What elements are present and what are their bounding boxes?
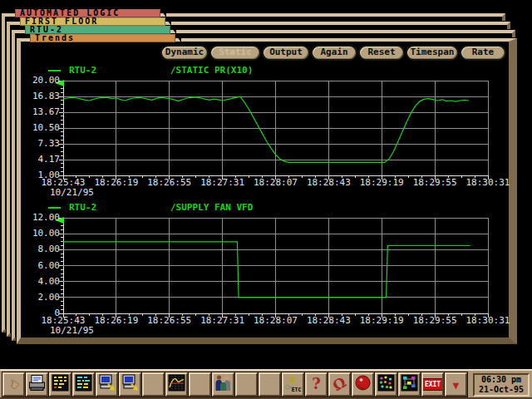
x-tick-label: 18:28:07 [252, 178, 300, 188]
y-tick-label: 12.00 [25, 213, 60, 223]
network-modules-icon [401, 373, 418, 396]
trend-line [63, 242, 470, 298]
chart-title: /STATIC PR(X10) [170, 66, 253, 75]
phone-etc-icon: ☎ETC [284, 373, 302, 396]
taskbar: ☚☎ETC?ΩEXIT▼ 06:30 pm 21-Oct-95 [0, 369, 532, 399]
x-tick-label: 18:29:55 [411, 178, 459, 188]
y-tick-label: 2.00 [25, 293, 60, 303]
taskbar-blank-slot [142, 372, 165, 397]
clock-date: 21-Oct-95 [475, 385, 528, 395]
x-tick-label: 18:28:43 [304, 178, 352, 188]
y-tick-label: 7.33 [25, 139, 60, 149]
exit-label: EXIT [422, 378, 443, 391]
dropdown-arrow-button[interactable]: ▼ [445, 372, 467, 397]
clock-time: 06:30 pm [475, 375, 528, 385]
date-label: 10/21/95 [50, 188, 94, 198]
desktop: AUTOMATED LOGIC FIRST FLOOR RTU-2 Trends… [0, 0, 532, 399]
operators-icon [214, 373, 232, 396]
y-tick-label: 20.00 [25, 76, 60, 86]
operators-button[interactable] [212, 372, 234, 397]
x-tick-label: 18:26:55 [145, 178, 194, 188]
trend-line [63, 96, 469, 162]
toolbar-button-output[interactable]: Output [262, 45, 310, 61]
x-tick-label: 18:27:31 [199, 178, 247, 188]
pointing-hand-button[interactable]: ☚ [2, 372, 25, 397]
x-tick-label: 18:27:31 [199, 316, 247, 326]
trend-chart-icon [168, 373, 185, 396]
toolbar-button-static[interactable]: Static [209, 45, 261, 61]
y-tick-label: 4.00 [25, 277, 60, 287]
series-legend-label: RTU-2 [69, 203, 96, 212]
x-tick-label: 18:26:19 [92, 178, 140, 188]
terminal-display-button[interactable] [49, 372, 71, 397]
trend-toolbar: DynamicStaticOutputAgainResetTimespanRat… [160, 45, 506, 61]
window-tab-trends[interactable]: Trends [30, 34, 175, 42]
undo-hook-icon: Ω [333, 377, 346, 392]
y-tick-label: 6.00 [25, 261, 60, 271]
dropdown-arrow-icon: ▼ [453, 377, 460, 392]
series-legend-label: RTU-2 [69, 66, 96, 75]
x-tick-label: 18:29:19 [357, 178, 406, 188]
color-dots-icon [377, 373, 395, 396]
phone-etc-button[interactable]: ☎ETC [282, 372, 304, 397]
x-tick-label: 18:30:31 [464, 178, 512, 188]
series-legend-dash [48, 207, 61, 209]
toolbar-button-rate[interactable]: Rate [460, 45, 506, 61]
taskbar-blank-slot [259, 372, 281, 397]
toolbar-button-again[interactable]: Again [311, 45, 357, 61]
status-display-icon [75, 373, 92, 396]
date-label: 10/21/95 [50, 326, 94, 336]
trend-chart-button[interactable] [165, 372, 188, 397]
color-dots-button[interactable] [375, 372, 397, 397]
printer-icon [28, 373, 46, 396]
x-tick-label: 18:26:55 [145, 316, 194, 326]
x-tick-label: 18:26:19 [92, 316, 140, 326]
window-tab-label: Trends [35, 33, 75, 42]
x-tick-label: 18:28:07 [252, 316, 300, 326]
x-tick-label: 18:28:43 [304, 316, 352, 326]
y-tick-label: 10.50 [25, 123, 60, 133]
terminal-display-icon [52, 373, 69, 396]
workstation-download-2-icon [121, 373, 139, 396]
exit-button[interactable]: EXIT [421, 372, 444, 397]
help-question-button[interactable]: ? [305, 372, 328, 397]
network-modules-button[interactable] [398, 372, 421, 397]
taskbar-blank-slot [189, 372, 211, 397]
series-legend-dash [48, 70, 61, 71]
y-tick-label: 13.67 [25, 107, 60, 117]
alarm-sphere-icon [354, 373, 372, 396]
toolbar-button-dynamic[interactable]: Dynamic [160, 45, 209, 61]
workstation-download-2-button[interactable] [119, 372, 141, 397]
workstation-download-1-button[interactable] [96, 372, 118, 397]
svg-text:☎: ☎ [289, 373, 297, 386]
y-tick-label: 4.17 [25, 155, 60, 165]
x-tick-label: 18:29:55 [411, 316, 459, 326]
trend-plot [55, 76, 493, 180]
y-tick-label: 8.00 [25, 244, 60, 254]
toolbar-button-reset[interactable]: Reset [358, 45, 405, 61]
status-display-button[interactable] [72, 372, 95, 397]
toolbar-button-timespan[interactable]: Timespan [406, 45, 459, 61]
y-tick-label: 10.00 [25, 229, 60, 239]
taskbar-blank-slot [235, 372, 258, 397]
y-tick-label: 16.83 [25, 91, 60, 101]
svg-text:ETC: ETC [292, 387, 302, 393]
x-tick-label: 18:29:19 [357, 316, 406, 326]
trend-plot [55, 213, 493, 318]
taskbar-buttons: ☚☎ETC?ΩEXIT▼ [2, 372, 468, 397]
x-tick-label: 18:30:31 [464, 316, 512, 326]
printer-button[interactable] [26, 372, 48, 397]
workstation-download-1-icon [98, 373, 116, 396]
clock-panel: 06:30 pm 21-Oct-95 [473, 373, 530, 397]
chart-title: /SUPPLY FAN VFD [170, 203, 253, 212]
help-question-icon: ? [312, 377, 321, 392]
alarm-sphere-button[interactable] [352, 372, 374, 397]
undo-hook-button[interactable]: Ω [328, 372, 351, 397]
pointing-hand-icon: ☚ [9, 377, 17, 392]
